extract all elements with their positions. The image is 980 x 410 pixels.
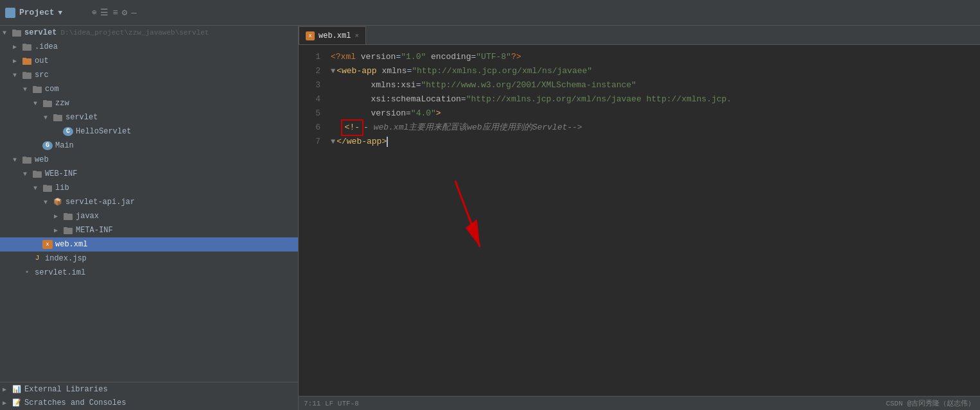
code-span: </web-app> bbox=[337, 135, 387, 149]
code-span: "4.0" bbox=[411, 107, 436, 121]
project-icon bbox=[5, 8, 15, 18]
tree-item-lib[interactable]: ▼ lib bbox=[0, 181, 298, 195]
project-title: Project bbox=[19, 8, 55, 17]
code-line-2: ▼<web-app xmlns="http://xmlns.jcp.org/xm… bbox=[331, 64, 980, 78]
tree-label-lib: lib bbox=[55, 184, 69, 192]
status-info: 7:11 LF UTF-8 bbox=[304, 400, 359, 407]
code-span bbox=[377, 64, 382, 78]
code-span bbox=[331, 78, 371, 92]
tree-item-helloservlet[interactable]: C HelloServlet bbox=[0, 124, 298, 139]
tree-label-main: Main bbox=[55, 141, 74, 150]
tree-item-out[interactable]: ▶ out bbox=[0, 54, 298, 68]
title-bar-left: Project ▼ ⊕ ☰ ≡ ⚙ — bbox=[5, 7, 301, 18]
code-span: = bbox=[471, 50, 476, 64]
code-span: = bbox=[406, 107, 411, 121]
project-dropdown[interactable]: ▼ bbox=[58, 9, 63, 17]
tree-item-webinf[interactable]: ▼ WEB-INF bbox=[0, 167, 298, 181]
icon-indexjsp: J bbox=[32, 254, 42, 263]
code-span: "http://xmlns.jcp.org/xml/ns/javaee http… bbox=[466, 92, 731, 107]
tree-item-main[interactable]: G Main bbox=[0, 139, 298, 153]
code-line-7: ▼</web-app> bbox=[331, 135, 980, 149]
icon-src bbox=[22, 71, 32, 80]
tree-item-scratches[interactable]: ▶ 📝 Scratches and Consoles bbox=[0, 396, 298, 410]
editor-area: x web.xml × 1 2 3 4 5 6 7 <?xml version=… bbox=[299, 26, 980, 410]
svg-rect-23 bbox=[64, 227, 67, 229]
tree-label-web: web bbox=[35, 155, 49, 164]
tab-label-webxml: web.xml bbox=[319, 31, 351, 40]
tree-label-out: out bbox=[35, 56, 49, 65]
tree-item-webxml[interactable]: x web.xml bbox=[0, 237, 298, 252]
settings-icon[interactable]: ⚙ bbox=[122, 7, 127, 18]
code-span: xmlns bbox=[381, 64, 407, 78]
tree-item-zzw[interactable]: ▼ zzw bbox=[0, 96, 298, 110]
fold-icon-7: ▼ bbox=[331, 135, 335, 149]
tree-item-servletiml[interactable]: ▪ servlet.iml bbox=[0, 266, 298, 280]
svg-rect-3 bbox=[22, 44, 26, 46]
icon-idea bbox=[22, 42, 32, 51]
arrow-web: ▼ bbox=[13, 157, 22, 164]
tree-label-com: com bbox=[45, 85, 59, 94]
tree-item-external-libraries[interactable]: ▶ 📊 External Libraries bbox=[0, 382, 298, 396]
tree-item-web[interactable]: ▼ web bbox=[0, 153, 298, 167]
icon-com bbox=[32, 85, 42, 94]
tree-item-indexjsp[interactable]: J index.jsp bbox=[0, 252, 298, 266]
tree-item-metainf[interactable]: ▶ META-INF bbox=[0, 223, 298, 237]
icon-ext: 📊 bbox=[12, 385, 22, 394]
line-num-7: 7 bbox=[299, 135, 320, 149]
tree-label-indexjsp: index.jsp bbox=[45, 254, 87, 263]
code-span: = bbox=[407, 64, 412, 78]
tree-item-servlet-pkg[interactable]: ▼ servlet bbox=[0, 110, 298, 124]
minimize-icon[interactable]: — bbox=[131, 8, 136, 18]
arrow-servlet-pkg: ▼ bbox=[44, 114, 53, 121]
line-num-1: 1 bbox=[299, 50, 320, 64]
status-bar: 7:11 LF UTF-8 CSDN @吉冈秀隆（赵志伟） bbox=[299, 396, 980, 410]
tree-item-javax[interactable]: ▶ javax bbox=[0, 209, 298, 223]
cursor bbox=[387, 137, 388, 147]
navigation-icon-2[interactable]: ☰ bbox=[100, 7, 109, 18]
tree-item-jar[interactable]: ▼ 📦 servlet-api.jar bbox=[0, 195, 298, 209]
code-span: version bbox=[371, 107, 406, 121]
code-span bbox=[331, 92, 371, 107]
tree-item-src[interactable]: ▼ src bbox=[0, 68, 298, 82]
code-line-1: <?xml version="1.0" encoding="UTF-8"?> bbox=[331, 50, 980, 64]
navigation-icon-1[interactable]: ⊕ bbox=[92, 8, 96, 17]
svg-rect-13 bbox=[53, 114, 57, 116]
code-span: version bbox=[361, 50, 396, 64]
arrow-root: ▼ bbox=[3, 30, 12, 37]
code-span: <?xml bbox=[331, 50, 361, 64]
navigation-icon-3[interactable]: ≡ bbox=[112, 8, 118, 18]
svg-rect-7 bbox=[22, 72, 26, 74]
code-span: encoding bbox=[426, 50, 471, 64]
code-line-6: <!- - web.xml主要用来配置该web应用使用到的Servlet--> bbox=[331, 121, 980, 135]
svg-rect-1 bbox=[12, 30, 16, 31]
icon-jar: 📦 bbox=[53, 198, 63, 207]
arrow-ext: ▶ bbox=[3, 386, 12, 393]
tree-label-javax: javax bbox=[76, 212, 99, 221]
arrow-com: ▼ bbox=[23, 86, 32, 93]
arrow-scratches: ▶ bbox=[3, 399, 12, 407]
svg-rect-21 bbox=[64, 213, 67, 215]
arrow-jar: ▼ bbox=[44, 199, 53, 206]
svg-line-25 bbox=[455, 181, 480, 247]
code-area[interactable]: <?xml version="1.0" encoding="UTF-8"?> ▼… bbox=[326, 45, 980, 396]
tree-label-servlet-pkg: servlet bbox=[66, 113, 98, 122]
tree-item-idea[interactable]: ▶ .idea bbox=[0, 40, 298, 54]
code-line-4: xsi:schemaLocation="http://xmlns.jcp.org… bbox=[331, 92, 980, 107]
code-span: - bbox=[363, 121, 374, 135]
icon-lib bbox=[42, 184, 53, 192]
tree-item-root[interactable]: ▼ servlet D:\idea_project\zzw_javaweb\se… bbox=[0, 26, 298, 40]
tab-webxml[interactable]: x web.xml × bbox=[299, 26, 366, 44]
icon-zzw bbox=[42, 99, 53, 108]
code-span: = bbox=[416, 78, 421, 92]
icon-out bbox=[22, 56, 32, 65]
tree-item-com[interactable]: ▼ com bbox=[0, 82, 298, 96]
arrow-javax: ▶ bbox=[54, 212, 63, 220]
icon-javax bbox=[63, 212, 73, 221]
icon-root-folder bbox=[12, 28, 22, 37]
icon-helloservlet: C bbox=[63, 127, 73, 136]
code-span: web.xml主要用来配置该web应用使用到的Servlet--> bbox=[374, 121, 582, 135]
code-span: <web-app bbox=[337, 64, 376, 78]
tree-label-servletiml: servlet.iml bbox=[35, 268, 85, 277]
tab-close-webxml[interactable]: × bbox=[354, 32, 359, 40]
code-span: = bbox=[461, 92, 466, 107]
